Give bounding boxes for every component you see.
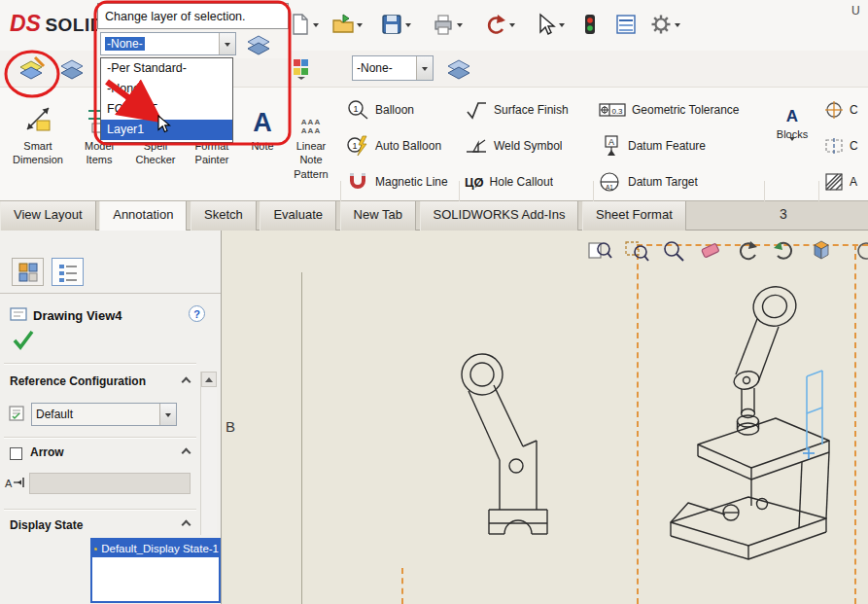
dropdown-arrow-icon[interactable] <box>457 23 463 30</box>
tab-annotation[interactable]: Annotation <box>99 201 187 231</box>
datum-feature-button[interactable]: A Datum Feature <box>599 133 706 159</box>
auto-balloon-label: Auto Balloon <box>375 139 441 153</box>
layers-icon <box>445 56 474 82</box>
selected-edge-highlight <box>807 371 822 450</box>
view-cube-icon <box>809 239 834 263</box>
collapse-chevron-icon[interactable] <box>182 448 191 458</box>
display-state-item[interactable]: Default_Display State-1 <box>92 540 219 557</box>
roll-arrow-icon <box>772 239 797 263</box>
note-button[interactable]: A Note <box>241 91 284 153</box>
surface-finish-button[interactable]: Surface Finish <box>465 97 569 123</box>
centerline-button[interactable]: C <box>824 133 868 159</box>
geometric-tolerance-button[interactable]: 0.3 Geometric Tolerance <box>599 97 740 123</box>
display-state-header[interactable]: Display State <box>10 518 83 532</box>
model-items-label: Model Items <box>74 139 124 167</box>
rotate-view-button[interactable] <box>735 239 760 263</box>
layer-popup-combo[interactable]: -None- <box>100 32 236 55</box>
linear-note-pattern-button[interactable]: AAAAAA Linear Note Pattern <box>286 91 336 181</box>
datum-feature-label: Datum Feature <box>628 139 706 153</box>
hole-callout-button[interactable]: ЦØ Hole Callout <box>465 169 553 195</box>
layer-option-per-standard[interactable]: -Per Standard- <box>101 58 232 79</box>
undo-button[interactable] <box>484 7 515 42</box>
view-orientation-button[interactable] <box>809 239 834 263</box>
dropdown-arrow-icon[interactable] <box>357 23 363 30</box>
gear-icon <box>649 13 673 36</box>
balloon-label: Balloon <box>375 103 414 117</box>
weld-symbol-button[interactable]: Weld Symbol <box>465 133 562 159</box>
roll-view-button[interactable] <box>772 239 797 263</box>
collapse-chevron-icon[interactable] <box>182 377 191 387</box>
tab-sketch[interactable]: Sketch <box>191 201 257 231</box>
smart-dimension-button[interactable]: Smart Dimension <box>6 91 70 167</box>
line-color-button[interactable] <box>292 56 311 82</box>
tab-evaluate[interactable]: Evaluate <box>260 201 336 231</box>
zoom-button[interactable] <box>661 239 686 263</box>
panel-scrollbar[interactable] <box>200 372 217 535</box>
tab-view-layout[interactable]: View Layout <box>0 201 96 231</box>
drawing-view-front[interactable] <box>429 342 574 542</box>
clipped-hud-button[interactable] <box>846 239 868 263</box>
document-layer-combo[interactable]: -None- <box>352 55 434 81</box>
geometric-tolerance-label: Geometric Tolerance <box>632 103 740 117</box>
dropdown-arrow-icon[interactable] <box>405 23 411 30</box>
ok-checkmark-button[interactable] <box>12 328 35 351</box>
drawing-view-isometric[interactable] <box>661 267 863 590</box>
select-button[interactable] <box>534 7 565 42</box>
weld-symbol-label: Weld Symbol <box>494 139 562 153</box>
zoom-to-area-icon <box>624 239 649 263</box>
view-heads-up-toolbar <box>587 239 868 263</box>
featuremanager-tab[interactable] <box>52 258 84 286</box>
layer-popup-icon-button[interactable] <box>245 32 274 61</box>
combo-dropdown-button[interactable] <box>416 56 433 80</box>
arrow-text-input[interactable] <box>29 473 191 494</box>
design-report-button[interactable] <box>614 7 638 42</box>
print-button[interactable] <box>432 7 463 42</box>
layer-toolbar-icon-button[interactable] <box>442 54 477 84</box>
dropdown-arrow-icon[interactable] <box>509 23 515 30</box>
combo-dropdown-button[interactable] <box>219 33 235 54</box>
tab-sheet-format[interactable]: Sheet Format <box>582 201 686 231</box>
dropdown-arrow-icon[interactable] <box>559 23 565 30</box>
area-hatch-button[interactable]: A <box>824 169 868 195</box>
combo-dropdown-button[interactable] <box>159 404 176 425</box>
tab-new-tab[interactable]: New Tab <box>340 201 416 231</box>
balloon-button[interactable]: 1 Balloon <box>346 97 414 123</box>
new-document-button[interactable] <box>288 7 319 42</box>
tab-solidworks-add-ins[interactable]: SOLIDWORKS Add-Ins <box>420 201 579 231</box>
weld-symbol-icon <box>465 135 488 157</box>
divider <box>4 437 196 439</box>
dropdown-arrow-icon[interactable] <box>675 23 680 30</box>
auto-balloon-button[interactable]: 1 Auto Balloon <box>346 133 441 159</box>
magnetic-line-button[interactable]: Magnetic Line <box>346 169 448 195</box>
layer-properties-button[interactable] <box>14 53 51 85</box>
report-table-icon <box>614 13 638 36</box>
save-button[interactable] <box>380 7 411 42</box>
display-state-list[interactable]: Default_Display State-1 <box>90 538 221 603</box>
arrow-checkbox[interactable] <box>10 447 22 460</box>
zoom-to-area-button[interactable] <box>624 239 649 263</box>
blocks-button[interactable]: A Blocks <box>770 91 815 153</box>
chevron-down-icon[interactable] <box>789 137 795 156</box>
scroll-up-button[interactable] <box>201 372 217 387</box>
divider <box>4 363 196 365</box>
propertymanager-tab[interactable] <box>12 258 44 286</box>
options-button[interactable] <box>649 7 680 42</box>
configuration-icon <box>8 405 25 422</box>
configuration-select[interactable]: Default <box>31 403 177 426</box>
dropdown-arrow-icon[interactable] <box>313 23 319 30</box>
layer-combo-value: -None- <box>353 56 416 80</box>
open-button[interactable] <box>331 7 363 42</box>
geometric-tolerance-icon: 0.3 <box>599 99 626 121</box>
arrow-header[interactable]: Arrow <box>30 445 64 459</box>
eraser-button[interactable] <box>698 239 723 263</box>
center-mark-button[interactable]: C <box>824 97 868 123</box>
zoom-to-fit-button[interactable] <box>587 239 612 263</box>
datum-target-button[interactable]: A1 Datum Target <box>599 169 698 195</box>
help-icon[interactable]: ? <box>189 305 205 322</box>
reference-configuration-header[interactable]: Reference Configuration <box>10 374 146 388</box>
collapse-chevron-icon[interactable] <box>182 520 191 530</box>
layer-option-none[interactable]: -None- <box>101 79 232 99</box>
smart-dimension-icon <box>6 91 70 136</box>
rebuild-button[interactable] <box>577 7 601 42</box>
layer-visibility-button[interactable] <box>54 53 91 85</box>
